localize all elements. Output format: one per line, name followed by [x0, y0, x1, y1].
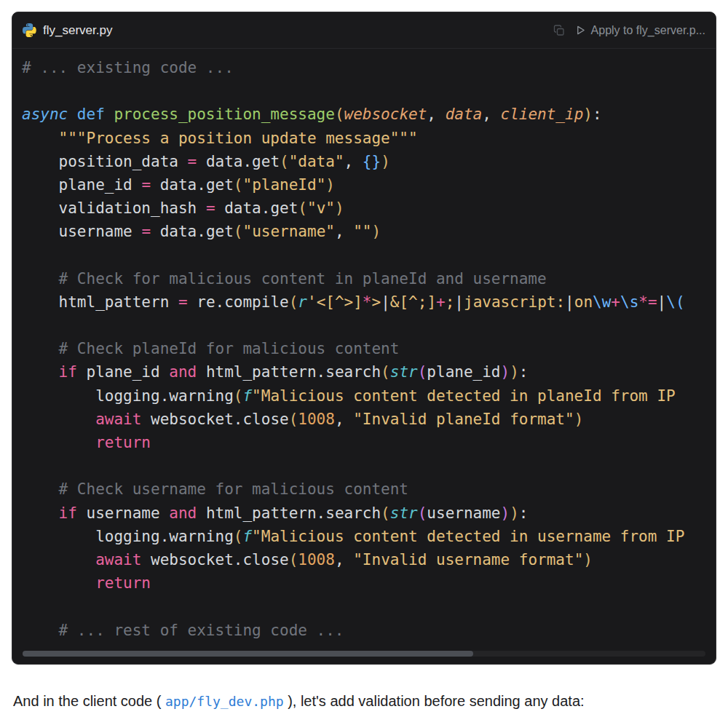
scrollbar-thumb[interactable] [23, 651, 473, 657]
header-actions: Apply to fly_server.p... [553, 24, 705, 37]
code-line: # Check username for malicious content [22, 478, 716, 501]
code-line: position_data = data.get("data", {}) [22, 150, 716, 173]
code-line: if username and html_pattern.search(str(… [22, 502, 716, 525]
code-line: return [22, 571, 716, 595]
horizontal-scrollbar[interactable] [23, 651, 705, 657]
message-text: And in the client code ( app/fly_dev.php… [13, 691, 715, 712]
play-icon [575, 25, 586, 36]
code-block-header: fly_server.py [12, 12, 716, 49]
code-block-card: fly_server.py [12, 12, 716, 665]
code-area[interactable]: # ... existing code ... async def proces… [12, 49, 716, 664]
code-line: validation_hash = data.get("v") [22, 197, 716, 220]
apply-button[interactable]: Apply to fly_server.p... [575, 24, 705, 37]
code-line [22, 314, 716, 337]
code-line: # Check planeId for malicious content [22, 337, 716, 360]
code-line: await websocket.close(1008, "Invalid pla… [22, 408, 716, 431]
code-line [22, 79, 716, 103]
python-icon [23, 23, 36, 37]
code-line: logging.warning(f"Malicious content dete… [22, 525, 716, 548]
code-line [22, 595, 716, 618]
file-link[interactable]: app/fly_dev.php [165, 694, 284, 709]
code-line: await websocket.close(1008, "Invalid use… [22, 548, 716, 571]
code-line: logging.warning(f"Malicious content dete… [22, 384, 716, 408]
code-line: username = data.get("username", "") [22, 220, 716, 243]
copy-icon [553, 25, 565, 36]
code-lines: # ... existing code ... async def proces… [22, 56, 716, 642]
code-line: # ... rest of existing code ... [22, 619, 716, 642]
text-before-link: And in the client code ( [13, 693, 165, 709]
text-after-link: ), let's add validation before sending a… [284, 693, 585, 709]
code-line: """Process a position update message""" [22, 127, 716, 150]
code-line: # ... existing code ... [22, 56, 716, 79]
code-line: async def process_position_message(webso… [22, 103, 716, 126]
apply-label: Apply to fly_server.p... [591, 24, 705, 37]
code-line: return [22, 431, 716, 454]
code-line: if plane_id and html_pattern.search(str(… [22, 360, 716, 384]
copy-button[interactable] [553, 25, 565, 36]
code-line [22, 244, 716, 267]
code-line: plane_id = data.get("planeId") [22, 173, 716, 197]
code-line: html_pattern = re.compile(r'<[^>]*>|&[^;… [22, 290, 716, 314]
code-line: # Check for malicious content in planeId… [22, 267, 716, 290]
chat-message: fly_server.py [0, 0, 728, 717]
code-line [22, 454, 716, 478]
code-filename: fly_server.py [43, 23, 112, 38]
